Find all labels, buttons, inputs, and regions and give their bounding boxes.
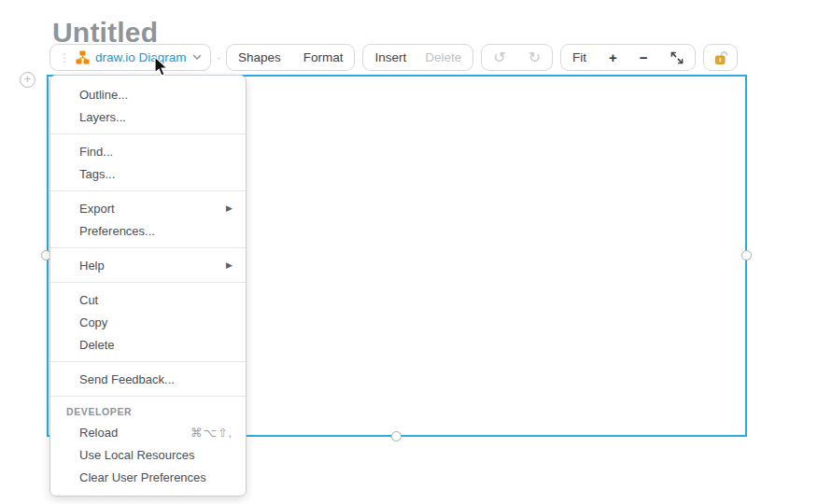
lock-icon[interactable] <box>712 50 728 65</box>
fit-button[interactable]: Fit <box>572 50 586 64</box>
mouse-cursor <box>152 56 171 82</box>
redo-icon[interactable]: ↻ <box>529 49 541 66</box>
toolbar-separator-dot: · <box>218 50 221 64</box>
circled-plus-icon[interactable]: + <box>20 72 35 88</box>
shapes-button[interactable]: Shapes <box>238 50 281 64</box>
chevron-down-icon <box>192 54 202 61</box>
edit-group: Insert Delete <box>362 44 473 71</box>
menu-section-developer: DEVELOPER Reload ⌘⌥⇧, Use Local Resource… <box>50 397 246 494</box>
menu-item-clear-user-preferences[interactable]: Clear User Preferences <box>50 466 246 488</box>
menu-item-outline[interactable]: Outline... <box>50 83 246 105</box>
menu-item-tags[interactable]: Tags... <box>50 162 246 185</box>
fullscreen-icon[interactable] <box>670 51 684 64</box>
app-window: Untitled + ⋮ draw.io Diagram · Shape <box>0 0 818 504</box>
zoom-in-button[interactable]: + <box>609 49 617 65</box>
menu-section-export: Export ▶ Preferences... <box>50 191 246 247</box>
file-menu-button[interactable]: ⋮ draw.io Diagram <box>49 44 211 71</box>
menu-item-layers[interactable]: Layers... <box>50 105 246 128</box>
undo-icon[interactable]: ↺ <box>493 49 505 66</box>
menu-item-export[interactable]: Export ▶ <box>50 197 246 219</box>
zoom-out-button[interactable]: − <box>640 49 648 65</box>
menu-section-help: Help ▶ <box>50 248 246 282</box>
insert-button[interactable]: Insert <box>374 50 406 64</box>
file-dropdown-menu: Outline... Layers... Find... Tags... Exp… <box>49 75 247 497</box>
menu-item-preferences[interactable]: Preferences... <box>50 219 246 242</box>
file-menu-label: draw.io Diagram <box>95 50 187 64</box>
panels-group: Shapes Format <box>226 44 356 71</box>
menu-item-use-local-resources[interactable]: Use Local Resources <box>50 443 246 466</box>
drag-handle-icon: ⋮ <box>59 51 70 64</box>
submenu-arrow-icon: ▶ <box>226 203 233 213</box>
menu-item-find[interactable]: Find... <box>50 140 246 162</box>
menu-item-cut[interactable]: Cut <box>50 288 246 311</box>
format-button[interactable]: Format <box>303 50 344 64</box>
delete-button[interactable]: Delete <box>425 50 461 64</box>
selection-handle-bottom[interactable] <box>391 431 402 441</box>
menu-section-views: Outline... Layers... <box>50 77 246 133</box>
drawio-logo-icon <box>76 50 90 64</box>
menu-section-feedback: Send Feedback... <box>50 362 246 396</box>
menu-item-copy[interactable]: Copy <box>50 311 246 333</box>
reload-shortcut: ⌘⌥⇧, <box>190 426 233 440</box>
menu-section-search: Find... Tags... <box>50 134 246 190</box>
menu-section-clipboard: Cut Copy Delete <box>50 283 246 361</box>
menu-item-reload[interactable]: Reload ⌘⌥⇧, <box>50 421 246 443</box>
developer-section-header: DEVELOPER <box>50 402 246 421</box>
submenu-arrow-icon: ▶ <box>226 260 233 270</box>
zoom-group: Fit + − <box>560 44 696 71</box>
history-group: ↺ ↻ <box>481 44 553 71</box>
menu-item-send-feedback[interactable]: Send Feedback... <box>50 368 246 390</box>
menu-item-help[interactable]: Help ▶ <box>50 254 246 276</box>
selection-handle-right[interactable] <box>741 250 752 260</box>
lock-group <box>703 44 738 71</box>
menu-item-delete[interactable]: Delete <box>50 333 246 356</box>
